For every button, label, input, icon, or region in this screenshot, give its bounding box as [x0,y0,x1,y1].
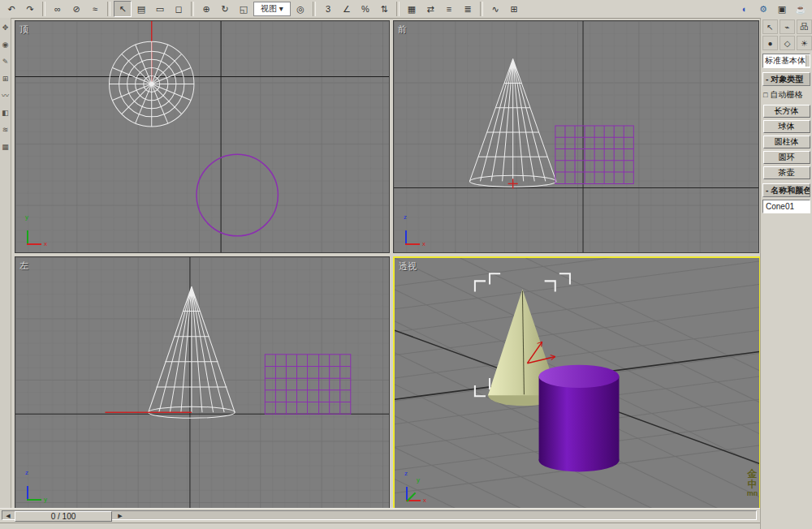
object-type-button[interactable]: 圆环 [763,151,810,164]
render-setup-icon[interactable]: ⚙ [754,1,772,17]
undo-icon[interactable]: ↶ [2,1,20,17]
object-type-button[interactable]: 圆柱体 [763,135,810,148]
object-type-button[interactable]: 球体 [763,120,810,133]
percent-snap-icon[interactable]: % [356,1,374,17]
viewport-front[interactable]: 前 z x [393,20,759,253]
viewport-top[interactable]: 顶 y x [15,20,390,253]
command-panel-tabs: ↖⌁品 [761,18,812,34]
spinner-snap-icon[interactable]: ⇅ [375,1,393,17]
left-view-canvas [15,257,389,508]
top-view-cone-wireframe[interactable] [110,41,194,127]
toolbar-separator [42,2,45,16]
select-and-scale-icon[interactable]: ◱ [235,1,253,17]
window-crossing-icon[interactable]: ◻ [170,1,188,17]
select-by-name-icon[interactable]: ▤ [132,1,150,17]
front-view-canvas [394,21,758,252]
main-toolbar: ↶↷∞⊘≈↖▤▭◻⊕↻◱视图 ▾◎3∠%⇅▦⇄≡≣∿⊞◐⚙▣☕ [0,0,812,19]
select-object-icon[interactable]: ↖ [114,1,132,17]
lights-category-icon[interactable]: ☀ [797,36,812,50]
chevron-down-icon[interactable]: ▼ [806,55,810,67]
snap-toggle-icon[interactable]: 3 [319,1,337,17]
left-dock-icon-7[interactable]: ≋ [2,127,9,134]
render-type-icon[interactable]: ▣ [773,1,791,17]
checkbox-icon[interactable]: □ [763,91,767,99]
left-dock-icon-1[interactable]: ✥ [2,24,9,32]
time-slider: ◀ 0 / 100 ▶ [0,508,760,523]
select-and-rotate-icon[interactable]: ↻ [216,1,234,17]
create-tab-icon[interactable]: ↖ [762,19,778,34]
left-dock-toolbar: ✥◉✎⊞〰◧≋▦ [0,18,11,508]
perspective-canvas [395,258,759,509]
layer-manager-icon[interactable]: ≣ [459,1,477,17]
command-panel: ↖⌁品 ●◇☀ 标准基本体 ▼ - 对象类型 □ 自动栅格 长方体球体圆柱体圆环… [760,18,812,529]
3ds-max-window: ↶↷∞⊘≈↖▤▭◻⊕↻◱视图 ▾◎3∠%⇅▦⇄≡≣∿⊞◐⚙▣☕ ✥◉✎⊞〰◧≋▦… [0,0,812,529]
rollout-collapse-icon: - [766,186,768,195]
material-editor-icon[interactable]: ◐ [736,1,754,17]
toolbar-separator [107,2,110,16]
unlink-selection-icon[interactable]: ⊘ [67,1,85,17]
watermark: 金中 mn [746,469,758,497]
primitive-type-value: 标准基本体 [765,55,806,67]
redo-icon[interactable]: ↷ [21,1,39,17]
select-and-link-icon[interactable]: ∞ [49,1,67,17]
reference-coordinate-dropdown[interactable]: 视图 ▾ [253,2,291,16]
create-category-row: ●◇☀ [761,34,812,50]
geometry-category-icon[interactable]: ● [762,36,778,50]
left-dock-icon-8[interactable]: ▦ [2,144,9,151]
left-dock-icon-3[interactable]: ✎ [2,58,9,66]
autogrid-label: 自动栅格 [770,89,802,101]
select-and-move-icon[interactable]: ⊕ [197,1,215,17]
rollout-name-and-color[interactable]: - 名称和颜色 [762,183,810,197]
left-dock-icon-4[interactable]: ⊞ [2,75,9,83]
align-icon[interactable]: ≡ [440,1,458,17]
left-dock-icon-2[interactable]: ◉ [2,41,9,49]
rollout-object-type[interactable]: - 对象类型 [762,72,810,86]
next-frame-icon[interactable]: ▶ [115,512,125,519]
status-bar [0,523,760,529]
named-selection-sets-icon[interactable]: ▦ [403,1,421,17]
toolbar-separator [480,2,483,16]
hierarchy-tab-icon[interactable]: 品 [797,19,812,34]
bind-to-space-warp-icon[interactable]: ≈ [86,1,104,17]
toolbar-separator [313,2,316,16]
left-dock-icon-6[interactable]: ◧ [2,110,9,117]
mirror-icon[interactable]: ⇄ [421,1,439,17]
object-type-button[interactable]: 长方体 [763,105,810,118]
top-view-canvas [15,21,389,252]
left-dock-icon-5[interactable]: 〰 [2,92,9,100]
primitive-type-dropdown[interactable]: 标准基本体 ▼ [762,54,810,68]
viewport-perspective[interactable]: 透视 z x y 金中 mn [393,256,761,510]
object-name-field[interactable]: Cone01 [762,200,810,213]
object-type-button[interactable]: 茶壶 [763,166,810,179]
shapes-category-icon[interactable]: ◇ [780,36,795,50]
angle-snap-icon[interactable]: ∠ [338,1,356,17]
toolbar-separator [191,2,194,16]
modify-tab-icon[interactable]: ⌁ [780,19,795,34]
schematic-view-icon[interactable]: ⊞ [505,1,523,17]
use-pivot-point-icon[interactable]: ◎ [292,1,309,17]
cylinder-shaded[interactable] [539,365,620,472]
time-slider-thumb[interactable]: 0 / 100 [15,511,112,522]
curve-editor-icon[interactable]: ∿ [486,1,504,17]
autogrid-checkbox[interactable]: □ 自动栅格 [761,88,812,102]
viewport-left[interactable]: 左 z y [15,256,390,509]
toolbar-separator [396,2,400,16]
selection-region-icon[interactable]: ▭ [151,1,169,17]
prev-frame-icon[interactable]: ◀ [3,512,13,519]
rollout-collapse-icon: - [766,75,768,84]
quick-render-icon[interactable]: ☕ [792,1,810,17]
